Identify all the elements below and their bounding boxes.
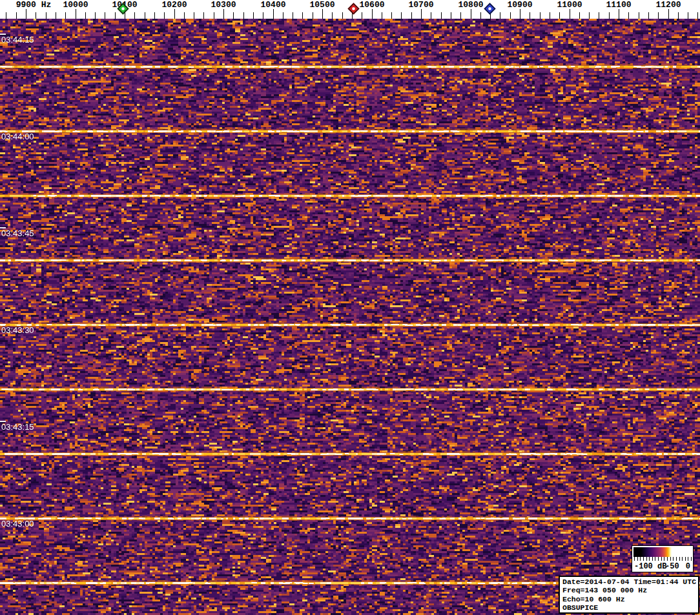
frequency-tick	[145, 12, 145, 19]
frequency-tick	[480, 12, 481, 19]
frequency-tick	[322, 9, 323, 19]
colorbar-tick	[643, 557, 644, 561]
colorbar-tick	[649, 557, 650, 561]
frequency-tick	[628, 12, 629, 19]
frequency-tick	[500, 12, 500, 19]
frequency-tick	[194, 12, 194, 19]
time-label: 03:43:45	[1, 228, 34, 238]
colorbar-tick	[637, 557, 638, 561]
frequency-tick	[56, 12, 56, 19]
colorbar-tick	[691, 557, 692, 561]
colorbar-tick	[664, 557, 664, 561]
frequency-tick	[203, 12, 204, 19]
frequency-tick	[263, 12, 263, 19]
frequency-tick	[668, 9, 669, 19]
frequency-tick	[223, 9, 224, 19]
frequency-tick	[115, 12, 116, 19]
frequency-tick	[609, 12, 610, 19]
colorbar-tick	[688, 557, 688, 561]
frequency-tick	[431, 12, 431, 19]
frequency-label: 11000	[557, 0, 582, 10]
frequency-label: 10600	[359, 0, 384, 10]
red-marker-diamond-icon[interactable]	[347, 3, 359, 14]
frequency-tick	[95, 12, 96, 19]
time-label: 03:44:00	[1, 132, 34, 141]
frequency-tick	[411, 12, 412, 19]
colorbar-label-max: 0	[686, 562, 690, 571]
frequency-tick	[293, 12, 293, 19]
time-label: 03:43:00	[1, 519, 34, 529]
intensity-colorbar-legend: -100 dB -50 0	[632, 545, 694, 572]
frequency-label: 11200	[655, 0, 681, 10]
frequency-tick	[648, 12, 649, 19]
info-echo: Echo=10 600 Hz	[562, 595, 698, 603]
frequency-tick	[342, 12, 343, 19]
frequency-label: 10800	[458, 0, 483, 10]
frequency-tick	[243, 12, 244, 19]
time-label: 03:44:15	[1, 35, 34, 45]
frequency-axis: 9900 Hz100001010010200103001040010500106…	[0, 0, 700, 19]
frequency-label: 10200	[161, 0, 187, 10]
frequency-tick	[678, 12, 679, 19]
colorbar-tick	[661, 557, 662, 561]
frequency-tick	[332, 12, 333, 19]
frequency-tick	[460, 12, 461, 19]
frequency-tick	[362, 12, 362, 19]
meteor-spectrogram-app: 9900 Hz100001010010200103001040010500106…	[0, 0, 700, 615]
frequency-tick	[599, 12, 599, 19]
colorbar-tick	[685, 557, 686, 561]
colorbar-labels: -100 dB -50 0	[634, 562, 691, 572]
frequency-tick	[105, 12, 105, 19]
frequency-tick	[639, 12, 639, 19]
colorbar-tick	[655, 557, 655, 561]
info-frequency: Freq=143 050 000 Hz	[562, 586, 698, 594]
frequency-label: 9900 Hz	[16, 0, 52, 10]
colorbar-tick	[679, 557, 680, 561]
frequency-tick	[451, 12, 451, 19]
frequency-tick	[164, 12, 165, 19]
colorbar-tick	[667, 557, 668, 561]
frequency-tick	[391, 12, 392, 19]
frequency-tick	[16, 12, 17, 19]
frequency-tick	[174, 9, 175, 19]
frequency-tick	[313, 12, 313, 19]
time-label: 03:43:15	[1, 422, 34, 432]
observation-info-box: Date=2014-07-04 Time=01:44 UTC Freq=143 …	[559, 576, 699, 614]
colorbar-gradient	[633, 547, 692, 557]
frequency-label: 10700	[408, 0, 433, 10]
frequency-tick	[283, 12, 283, 19]
frequency-tick	[697, 12, 698, 19]
colorbar-tick	[640, 557, 641, 561]
colorbar-ticks	[633, 557, 692, 561]
colorbar-tick	[670, 557, 671, 561]
frequency-tick	[65, 12, 66, 19]
frequency-tick	[520, 9, 520, 19]
frequency-tick	[46, 12, 46, 19]
frequency-tick	[253, 12, 254, 19]
spectrogram-waterfall-canvas[interactable]	[0, 19, 700, 615]
blue-marker-diamond-icon[interactable]	[484, 3, 495, 14]
frequency-tick	[36, 12, 36, 19]
frequency-tick	[570, 9, 570, 19]
frequency-tick	[76, 9, 76, 19]
info-date-time: Date=2014-07-04 Time=01:44 UTC	[562, 578, 698, 586]
frequency-tick	[372, 9, 373, 19]
frequency-tick	[26, 9, 26, 19]
frequency-tick	[154, 12, 155, 19]
colorbar-tick	[634, 557, 635, 561]
colorbar-label-mid: -50	[665, 562, 679, 571]
frequency-tick	[471, 9, 471, 19]
frequency-tick	[510, 12, 511, 19]
frequency-tick	[214, 12, 214, 19]
frequency-tick	[559, 12, 560, 19]
colorbar-tick	[673, 557, 674, 561]
frequency-tick	[540, 12, 540, 19]
frequency-tick	[579, 12, 580, 19]
frequency-tick	[441, 12, 442, 19]
colorbar-tick	[676, 557, 677, 561]
frequency-tick	[302, 12, 303, 19]
info-station: OBSUPICE	[562, 603, 698, 612]
frequency-tick	[688, 12, 688, 19]
frequency-label: 10300	[211, 0, 236, 10]
frequency-label: 10000	[63, 0, 88, 10]
